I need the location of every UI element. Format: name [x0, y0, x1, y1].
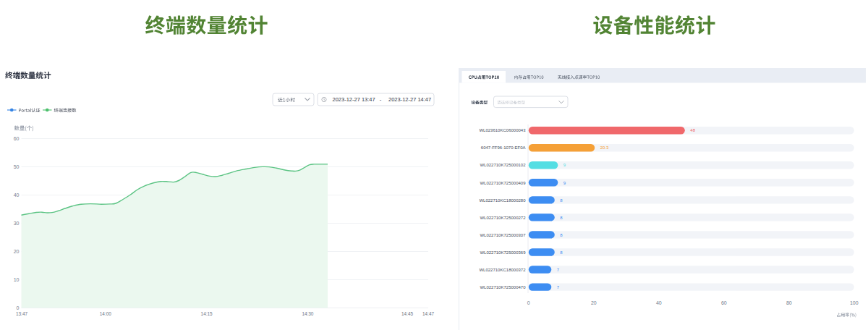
svg-text:14:00: 14:00 — [100, 311, 111, 316]
svg-text:0: 0 — [17, 305, 20, 310]
svg-text:WL022710K725000307: WL022710K725000307 — [480, 233, 526, 237]
svg-text:14:15: 14:15 — [201, 311, 213, 316]
svg-text:100: 100 — [850, 300, 859, 305]
svg-text:14:47: 14:47 — [422, 311, 434, 316]
svg-text:14:30: 14:30 — [302, 311, 313, 316]
svg-text:WL022710KC18000280: WL022710KC18000280 — [479, 198, 526, 203]
svg-text:40: 40 — [14, 192, 20, 198]
svg-text:WL022710KC18000372: WL022710KC18000372 — [479, 268, 526, 272]
svg-text:60: 60 — [14, 136, 20, 141]
svg-text:20: 20 — [591, 300, 597, 305]
svg-text:6047-FF96-1070-EF0A: 6047-FF96-1070-EF0A — [481, 145, 526, 150]
svg-text:WL022710K725000272: WL022710K725000272 — [480, 216, 526, 220]
svg-text:WL023610KC06000043: WL023610KC06000043 — [479, 128, 526, 132]
svg-text:50: 50 — [14, 164, 20, 169]
svg-text:2023-12-27 13:47: 2023-12-27 13:47 — [333, 96, 375, 103]
svg-text:13:47: 13:47 — [16, 311, 27, 316]
svg-text:2023-12-27 14:47: 2023-12-27 14:47 — [388, 96, 431, 103]
svg-text:30: 30 — [14, 221, 20, 226]
svg-text:60: 60 — [721, 300, 727, 305]
svg-text:80: 80 — [786, 300, 792, 305]
svg-text:WL022710K725000369: WL022710K725000369 — [480, 250, 526, 255]
svg-text:40: 40 — [656, 300, 662, 305]
svg-text:10: 10 — [14, 277, 20, 282]
svg-text:WL022710K725000102: WL022710K725000102 — [480, 163, 526, 167]
svg-text:WL022710K725000470: WL022710K725000470 — [480, 285, 526, 289]
svg-text:14:45: 14:45 — [401, 311, 413, 316]
svg-text:WL022710K725000409: WL022710K725000409 — [480, 181, 526, 185]
svg-text:48: 48 — [690, 128, 695, 132]
svg-text:0: 0 — [527, 300, 530, 305]
svg-text:20: 20 — [14, 249, 20, 254]
svg-text:20.3: 20.3 — [600, 145, 609, 150]
